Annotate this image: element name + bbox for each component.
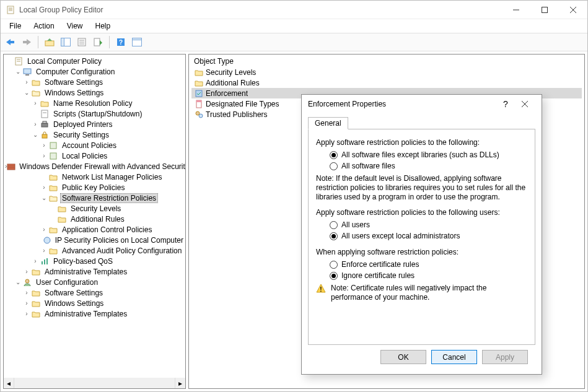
tab-general[interactable]: General [308, 117, 348, 129]
radio-ignore-cert[interactable]: Ignore certificate rules [330, 271, 527, 280]
tree-label: Windows Settings [43, 298, 105, 308]
tree-uc-windows-settings[interactable]: › Windows Settings [4, 298, 185, 308]
show-tree-button[interactable] [58, 35, 73, 50]
properties-button[interactable] [74, 35, 89, 50]
expand-icon[interactable]: › [22, 289, 31, 297]
apply-button[interactable]: Apply [482, 350, 528, 364]
svg-point-45 [25, 279, 29, 283]
tree-srp-security-levels[interactable]: Security Levels [4, 203, 185, 214]
dialog-close-button[interactable] [514, 101, 535, 107]
tree-aapc[interactable]: › Advanced Audit Policy Configuration [4, 245, 185, 256]
tree-root[interactable]: Local Computer Policy [4, 56, 185, 66]
tree-label: Administrative Templates [43, 309, 129, 319]
tree-wdf[interactable]: › Windows Defender Firewall with Advance… [4, 161, 185, 172]
radio-icon [330, 232, 338, 240]
dialog-help-button[interactable]: ? [497, 99, 514, 109]
menu-help[interactable]: Help [89, 20, 117, 32]
expand-icon[interactable]: › [40, 141, 48, 150]
tree-acp[interactable]: › Application Control Policies [4, 224, 185, 235]
up-button[interactable] [42, 35, 57, 50]
radio-all-users[interactable]: All users [330, 220, 527, 229]
radio-label: Ignore certificate rules [341, 271, 415, 280]
tree-pane[interactable]: Local Computer Policy ⌄ Computer Configu… [3, 54, 186, 389]
filter-button[interactable] [129, 35, 144, 50]
svg-rect-30 [25, 74, 29, 76]
expand-icon[interactable]: › [31, 99, 40, 108]
cancel-button[interactable]: Cancel [431, 350, 477, 364]
export-button[interactable] [90, 35, 105, 50]
expand-icon[interactable]: ⌄ [14, 278, 22, 287]
ok-button[interactable]: OK [380, 350, 426, 364]
radio-icon [330, 221, 338, 229]
expand-icon[interactable]: › [31, 257, 40, 266]
tree-account-policies[interactable]: › Account Policies [4, 140, 185, 150]
folder-icon [48, 172, 58, 182]
svg-rect-12 [45, 41, 54, 46]
note-libraries: Note: If the default level is Disallowed… [316, 174, 527, 202]
tree-computer-config[interactable]: ⌄ Computer Configuration [4, 66, 185, 77]
list-item-label: Enforcement [206, 89, 248, 98]
tree-cc-windows-settings[interactable]: ⌄ Windows Settings [4, 87, 185, 98]
tree-scripts[interactable]: Scripts (Startup/Shutdown) [4, 108, 185, 119]
expand-icon[interactable]: › [31, 120, 40, 129]
tree-cc-software-settings[interactable]: › Software Settings [4, 77, 185, 87]
tree-uc-software-settings[interactable]: › Software Settings [4, 287, 185, 298]
menubar: File Action View Help [1, 19, 587, 33]
tree-nrp[interactable]: › Name Resolution Policy [4, 98, 185, 108]
expand-icon[interactable]: ⌄ [31, 131, 40, 139]
maximize-button[interactable] [530, 1, 559, 19]
policy-tree: Local Computer Policy ⌄ Computer Configu… [4, 54, 185, 320]
expand-icon[interactable]: ⌄ [40, 194, 48, 203]
expand-icon[interactable]: › [22, 268, 31, 276]
expand-icon[interactable]: › [40, 246, 48, 255]
tree-nlm[interactable]: Network List Manager Policies [4, 172, 185, 182]
radio-files-except-libs[interactable]: All software files except libraries (suc… [330, 150, 527, 159]
folder-icon [31, 288, 41, 298]
tree-uc-admin-templates[interactable]: › Administrative Templates [4, 308, 185, 319]
script-icon [40, 109, 50, 119]
tree-scrollbar[interactable]: ◂ ▸ [4, 378, 185, 388]
menu-action[interactable]: Action [27, 20, 60, 32]
tree-label: Name Resolution Policy [51, 98, 134, 108]
menu-file[interactable]: File [3, 20, 27, 32]
tree-local-policies[interactable]: › Local Policies [4, 150, 185, 161]
titlebar: Local Group Policy Editor [1, 1, 587, 19]
radio-enforce-cert[interactable]: Enforce certificate rules [330, 260, 527, 269]
folder-icon [194, 78, 204, 88]
tree-srp-additional-rules[interactable]: Additional Rules [4, 214, 185, 224]
list-column-header[interactable]: Object Type [189, 54, 584, 67]
minimize-button[interactable] [502, 1, 530, 19]
tree-public-key[interactable]: › Public Key Policies [4, 182, 185, 193]
tree-printers[interactable]: › Deployed Printers [4, 119, 185, 129]
dialog-titlebar: Enforcement Properties ? [302, 95, 542, 113]
tree-user-config[interactable]: ⌄ User Configuration [4, 277, 185, 287]
shield-lock-icon [40, 130, 50, 140]
tree-qos[interactable]: › Policy-based QoS [4, 256, 185, 266]
expand-icon[interactable]: › [40, 225, 48, 234]
expand-icon[interactable]: › [22, 310, 31, 318]
list-item[interactable]: Security Levels [191, 67, 582, 77]
expand-icon[interactable]: › [40, 152, 48, 160]
close-button[interactable] [559, 1, 587, 19]
tree-label: Network List Manager Policies [60, 172, 164, 182]
expand-icon[interactable]: › [22, 78, 31, 87]
tree-ipsec[interactable]: IP Security Policies on Local Computer [4, 235, 185, 245]
expand-icon[interactable]: › [40, 183, 48, 192]
list-item[interactable]: Additional Rules [191, 77, 582, 88]
tree-label: Local Policies [60, 151, 109, 161]
svg-rect-34 [43, 121, 46, 123]
radio-users-except-admins[interactable]: All users except local administrators [330, 232, 527, 240]
expand-icon[interactable]: › [22, 299, 31, 308]
user-icon [22, 277, 32, 287]
tree-srp[interactable]: ⌄ Software Restriction Policies [4, 193, 185, 203]
folder-icon [48, 225, 58, 235]
radio-all-files[interactable]: All software files [330, 162, 527, 170]
expand-icon[interactable]: ⌄ [22, 89, 31, 97]
expand-icon[interactable]: ⌄ [14, 68, 22, 76]
tree-security-settings[interactable]: ⌄ Security Settings [4, 129, 185, 140]
menu-view[interactable]: View [61, 20, 89, 32]
forward-button[interactable] [19, 35, 34, 50]
tree-cc-admin-templates[interactable]: › Administrative Templates [4, 266, 185, 277]
help-button[interactable]: ? [113, 35, 128, 50]
back-button[interactable] [3, 35, 18, 50]
